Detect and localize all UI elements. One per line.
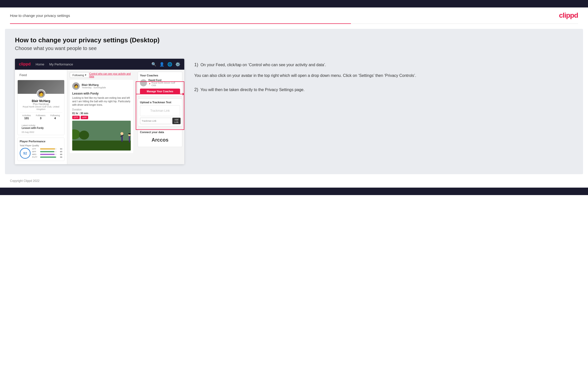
main-content: How to change your privacy settings (Des… bbox=[5, 29, 583, 174]
trackman-input-row: Add Link bbox=[140, 118, 180, 124]
post-avatar: 🧑 bbox=[72, 82, 80, 90]
tag-ott: OTT bbox=[72, 116, 80, 119]
person-icon[interactable]: 👤 bbox=[159, 62, 164, 67]
bar-app-value: 85 bbox=[58, 151, 62, 153]
content-row: clippd Home My Performance 🔍 👤 🌐 ⚙️ bbox=[15, 59, 573, 164]
page-heading: How to change your privacy settings (Des… bbox=[15, 36, 573, 44]
app-logo: clippd bbox=[19, 62, 31, 66]
stat-activities-label: Activities bbox=[22, 114, 31, 117]
stat-followers: Followers 3 bbox=[36, 114, 46, 120]
coach-name: David Ford bbox=[148, 79, 180, 82]
latest-activity-date: 03 Aug 2022 bbox=[20, 131, 62, 133]
pp-bars: OTT 90 APP bbox=[32, 148, 62, 159]
svg-rect-1 bbox=[72, 141, 131, 151]
post-header: 🧑 Blair McHarg Yesterday · Sunningdale bbox=[72, 82, 131, 90]
stat-followers-label: Followers bbox=[36, 114, 46, 117]
latest-activity-title: Lesson with Fordy bbox=[20, 127, 62, 129]
coaches-card: Your Coaches David Ford 📍 Royal North De… bbox=[138, 72, 182, 97]
app-nav-right: 🔍 👤 🌐 ⚙️ bbox=[151, 62, 180, 67]
bar-putt-fill bbox=[40, 157, 56, 158]
step-2-text: 2) You will then be taken directly to th… bbox=[194, 86, 573, 93]
red-arrow-line bbox=[136, 94, 184, 94]
svg-rect-9 bbox=[129, 136, 130, 143]
svg-rect-11 bbox=[129, 133, 131, 134]
post-tags: OTT APP bbox=[72, 116, 131, 119]
instructions: 1) On your Feed, click/tap on ‘Control w… bbox=[194, 59, 573, 101]
coach-info: David Ford 📍 Royal North Devon Golf Club bbox=[148, 79, 180, 87]
bar-arg-label: ARG bbox=[32, 153, 39, 156]
chevron-down-icon: ▾ bbox=[85, 73, 86, 77]
control-link[interactable]: Control who can see your activity and da… bbox=[89, 72, 133, 78]
quality-score-circle: 92 bbox=[20, 148, 31, 159]
app-right-sidebar: Your Coaches David Ford 📍 Royal North De… bbox=[136, 70, 184, 164]
svg-point-7 bbox=[121, 132, 124, 135]
manage-coaches-button[interactable]: Manage Your Coaches bbox=[140, 89, 180, 94]
total-player-quality-label: Total Player Quality bbox=[20, 144, 62, 147]
search-icon[interactable]: 🔍 bbox=[151, 62, 156, 67]
bar-putt-label: PUTT bbox=[32, 156, 39, 158]
coach-avatar bbox=[140, 79, 147, 86]
player-performance-card: Player Performance Total Player Quality … bbox=[17, 138, 65, 161]
location-icon: 📍 bbox=[148, 83, 151, 85]
coach-club: Royal North Devon Golf Club bbox=[151, 82, 180, 87]
avatar-icon[interactable]: ⚙️ bbox=[175, 62, 180, 67]
following-label: Following bbox=[72, 74, 84, 77]
bar-putt: PUTT 96 bbox=[32, 156, 62, 158]
bar-ott-value: 90 bbox=[58, 148, 62, 150]
step-1-number: 1) bbox=[194, 62, 198, 67]
app-screenshot: clippd Home My Performance 🔍 👤 🌐 ⚙️ bbox=[15, 59, 184, 164]
app-nav-my-performance[interactable]: My Performance bbox=[49, 62, 73, 66]
stat-activities: Activities 131 bbox=[22, 114, 31, 120]
copyright: Copyright Clippd 2022 bbox=[10, 179, 40, 183]
app-navbar: clippd Home My Performance 🔍 👤 🌐 ⚙️ bbox=[15, 59, 184, 70]
step-2: 2) You will then be taken directly to th… bbox=[194, 86, 573, 93]
stat-following-value: 4 bbox=[50, 117, 60, 120]
arccos-label: Arccos bbox=[140, 135, 180, 145]
stat-activities-value: 131 bbox=[22, 117, 31, 120]
page-subheading: Choose what you want people to see bbox=[15, 46, 573, 51]
bar-arg-value: 86 bbox=[58, 153, 62, 156]
bar-putt-track bbox=[40, 157, 57, 158]
add-link-button[interactable]: Add Link bbox=[172, 118, 181, 124]
post-author-meta: Yesterday · Sunningdale bbox=[82, 86, 106, 89]
bar-putt-value: 96 bbox=[58, 156, 62, 158]
coach-club-label: 📍 Royal North Devon Golf Club bbox=[148, 82, 180, 87]
following-button[interactable]: Following ▾ bbox=[70, 72, 89, 78]
profile-card: 🧑 Blair McHarg Plus Handicap Royal North… bbox=[17, 80, 65, 135]
globe-icon[interactable]: 🌐 bbox=[167, 62, 172, 67]
bar-ott-fill bbox=[40, 148, 55, 150]
bar-ott-track bbox=[40, 148, 57, 150]
stat-followers-value: 3 bbox=[36, 117, 46, 120]
profile-handicap: Plus Handicap bbox=[20, 103, 62, 105]
bar-ott: OTT 90 bbox=[32, 148, 62, 150]
coaches-title: Your Coaches bbox=[140, 74, 180, 77]
player-performance-title: Player Performance bbox=[20, 140, 62, 143]
stat-following-label: Following bbox=[50, 114, 60, 117]
post-duration-value: 01 hr : 30 min bbox=[72, 112, 131, 115]
top-bar bbox=[0, 0, 588, 7]
bar-ott-label: OTT bbox=[32, 148, 39, 150]
coach-row: David Ford 📍 Royal North Devon Golf Club bbox=[140, 79, 180, 87]
app-sidebar: Feed 🧑 Blair McHarg Plus Handicap Royal … bbox=[15, 70, 67, 164]
profile-name: Blair McHarg bbox=[20, 99, 62, 103]
header: How to change your privacy settings clip… bbox=[0, 7, 588, 23]
svg-point-5 bbox=[79, 131, 89, 140]
trackman-input[interactable] bbox=[140, 118, 171, 124]
feed-header: Following ▾ Control who can see your act… bbox=[70, 72, 133, 78]
tag-app: APP bbox=[81, 116, 88, 119]
duration-label: Duration bbox=[72, 108, 82, 111]
app-feed: Following ▾ Control who can see your act… bbox=[67, 70, 136, 164]
logo: clippd bbox=[559, 11, 578, 19]
step-1-extra: You can also click on your avatar in the… bbox=[194, 72, 573, 79]
bar-app-track bbox=[40, 151, 57, 152]
step-1-content: On your Feed, click/tap on ‘Control who … bbox=[200, 63, 326, 67]
trackman-title: Upload a Trackman Test bbox=[140, 101, 180, 104]
bar-app: APP 85 bbox=[32, 151, 62, 153]
post-author-name: Blair McHarg bbox=[82, 83, 106, 86]
header-divider bbox=[10, 23, 578, 24]
trackman-link-box: Trackman Link bbox=[140, 105, 180, 116]
step-2-content: You will then be taken directly to the P… bbox=[200, 88, 305, 92]
app-nav-home[interactable]: Home bbox=[36, 62, 44, 66]
post-image bbox=[72, 121, 131, 151]
post-author-info: Blair McHarg Yesterday · Sunningdale bbox=[82, 83, 106, 89]
